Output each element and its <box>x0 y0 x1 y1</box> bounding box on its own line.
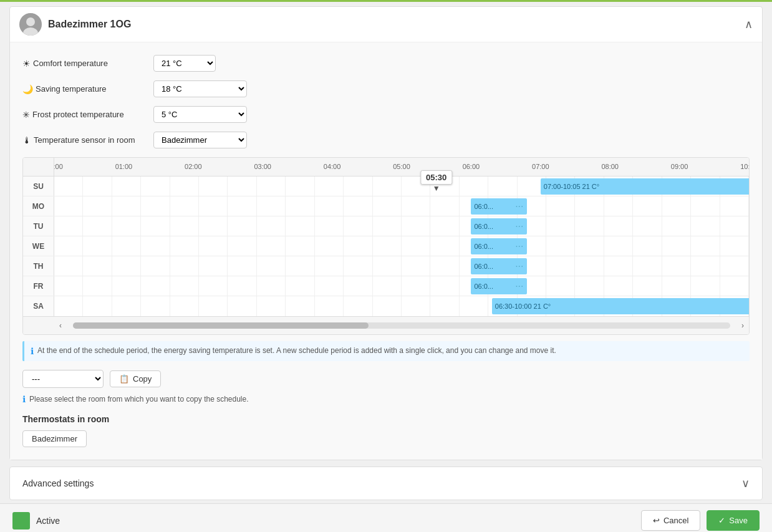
th-cells[interactable]: 06:0... ··· <box>54 256 749 276</box>
cancel-icon: ↩ <box>653 516 660 525</box>
tu-cells[interactable]: 06:0... ··· <box>54 216 749 236</box>
cancel-button[interactable]: ↩ Cancel <box>641 510 700 531</box>
card-header: Badezimmer 1OG ∧ <box>10 7 762 42</box>
comfort-temp-label: ☀ Comfort temperature <box>22 59 147 69</box>
sensor-label: 🌡 Temperature sensor in room <box>22 135 147 145</box>
time-1000: 10:00 <box>740 163 749 170</box>
advanced-chevron-icon: ∨ <box>741 476 750 490</box>
copy-button[interactable]: 📋 Copy <box>110 370 161 387</box>
saving-temp-select[interactable]: 18 °C 14 °C 15 °C 16 °C 17 °C 19 °C <box>153 80 247 97</box>
we-cells[interactable]: 06:0... ··· <box>54 236 749 256</box>
block-dots-fr-1: ··· <box>515 281 523 292</box>
page-wrapper: Badezimmer 1OG ∧ ☀ Comfort temperature 2… <box>0 0 772 532</box>
select-room-text: Please select the room from which you wa… <box>29 395 249 404</box>
time-tooltip: 05:30 <box>420 170 452 185</box>
block-dots-we-1: ··· <box>515 241 523 252</box>
schedule-row-we: WE 06:0... ··· <box>23 236 749 256</box>
copy-room-select[interactable]: --- <box>22 370 104 388</box>
scroll-right-arrow[interactable]: › <box>736 319 749 332</box>
block-dots-mo-1: ··· <box>515 201 523 212</box>
frost-temp-row: ✳ Frost protect temperature 5 °C 3 °C 4 … <box>22 106 750 123</box>
schedule-block-su-1[interactable]: 07:00-10:05 21 C° <box>541 178 750 195</box>
schedule-row-su: SU 05:30 07:00-10:05 21 C° <box>23 177 749 196</box>
day-col-header <box>23 158 54 176</box>
sa-cells[interactable]: 06:30-10:00 21 C° <box>54 296 749 316</box>
block-label-we-1: 06:0... <box>474 243 493 250</box>
schedule-block-fr-1[interactable]: 06:0... ··· <box>471 278 526 294</box>
mo-cells[interactable]: 06:0... ··· <box>54 196 749 216</box>
sensor-row: 🌡 Temperature sensor in room Badezimmer … <box>22 132 750 148</box>
schedule-row-fr: FR 06:0... ··· <box>23 276 749 296</box>
day-su: SU <box>23 177 54 196</box>
comfort-temp-select[interactable]: 21 °C 18 °C 19 °C 20 °C 22 °C 23 °C <box>153 55 216 72</box>
block-dots-tu-1: ··· <box>515 221 523 232</box>
copy-row: --- 📋 Copy <box>22 370 750 388</box>
schedule-header: 00:00 01:00 02:00 03:00 04:00 05:00 06:0… <box>23 158 749 177</box>
svg-point-1 <box>26 17 35 26</box>
copy-icon: 📋 <box>119 374 129 384</box>
schedule-times-header: 00:00 01:00 02:00 03:00 04:00 05:00 06:0… <box>54 158 749 177</box>
save-icon: ✓ <box>718 516 725 525</box>
card-title: Badezimmer 1OG <box>48 19 131 30</box>
block-label-mo-1: 06:0... <box>474 203 493 210</box>
bottom-bar: Active ↩ Cancel ✓ Save <box>0 503 772 532</box>
sensor-select[interactable]: Badezimmer Wohnzimmer Küche <box>153 132 247 148</box>
info-icon: ℹ <box>31 346 34 356</box>
scroll-left-arrow[interactable]: ‹ <box>54 319 67 332</box>
avatar <box>19 13 42 36</box>
select-room-info: ℹ Please select the room from which you … <box>22 394 750 404</box>
time-0700: 07:00 <box>532 163 549 170</box>
active-row: Active <box>12 512 60 530</box>
active-label: Active <box>36 516 60 526</box>
moon-icon: 🌙 <box>22 84 33 94</box>
scroll-track[interactable] <box>73 322 730 329</box>
saving-temp-label: 🌙 Saving temperature <box>22 84 147 94</box>
schedule-scrollbar-row: ‹ › <box>23 316 749 334</box>
schedule-block-th-1[interactable]: 06:0... ··· <box>471 258 526 274</box>
day-fr: FR <box>23 276 54 296</box>
schedule-row-sa: SA 06:30-10:00 21 C° <box>23 296 749 316</box>
schedule-row-th: TH 06:0... ··· <box>23 256 749 276</box>
main-card: Badezimmer 1OG ∧ ☀ Comfort temperature 2… <box>9 6 763 460</box>
schedule-block-sa-1[interactable]: 06:30-10:00 21 C° <box>492 298 750 314</box>
save-button[interactable]: ✓ Save <box>707 510 760 531</box>
time-0100: 01:00 <box>115 163 133 170</box>
copy-label: Copy <box>133 374 152 384</box>
thermometer-icon: 🌡 <box>22 135 31 145</box>
schedule-body: SU 05:30 07:00-10:05 21 C° <box>23 177 749 316</box>
block-label-fr-1: 06:0... <box>474 283 493 290</box>
su-cells[interactable]: 05:30 07:00-10:05 21 C° <box>54 177 749 196</box>
time-0400: 04:00 <box>324 163 341 170</box>
active-toggle[interactable] <box>12 512 30 530</box>
day-we: WE <box>23 236 54 256</box>
day-tu: TU <box>23 216 54 236</box>
advanced-settings-bar[interactable]: Advanced settings ∨ <box>9 467 763 500</box>
schedule-row-tu: TU 06:0... ··· <box>23 216 749 236</box>
time-0200: 02:00 <box>185 163 202 170</box>
card-header-left: Badezimmer 1OG <box>19 13 131 36</box>
select-info-icon: ℹ <box>22 394 26 404</box>
frost-icon: ✳ <box>22 110 30 120</box>
frost-temp-select[interactable]: 5 °C 3 °C 4 °C 6 °C <box>153 106 247 123</box>
schedule-row-mo: MO 06:0... ··· <box>23 196 749 216</box>
schedule-block-mo-1[interactable]: 06:0... ··· <box>471 198 526 215</box>
comfort-temp-row: ☀ Comfort temperature 21 °C 18 °C 19 °C … <box>22 55 750 72</box>
block-label-tu-1: 06:0... <box>474 223 493 230</box>
block-label-sa-1: 06:30-10:00 21 C° <box>495 302 551 310</box>
schedule-container: 00:00 01:00 02:00 03:00 04:00 05:00 06:0… <box>22 157 750 335</box>
frost-temp-label: ✳ Frost protect temperature <box>22 110 147 120</box>
schedule-block-tu-1[interactable]: 06:0... ··· <box>471 218 526 235</box>
scroll-thumb[interactable] <box>73 322 369 329</box>
block-dots-th-1: ··· <box>515 261 523 272</box>
collapse-button[interactable]: ∧ <box>745 17 753 31</box>
thermostats-title: Thermostats in room <box>22 414 750 424</box>
block-label-su-1: 07:00-10:05 21 C° <box>544 183 599 190</box>
info-text: At the end of the schedule period, the e… <box>37 346 556 355</box>
time-0000: 00:00 <box>54 163 63 170</box>
day-th: TH <box>23 256 54 276</box>
card-body: ☀ Comfort temperature 21 °C 18 °C 19 °C … <box>10 42 762 460</box>
schedule-block-we-1[interactable]: 06:0... ··· <box>471 238 526 254</box>
fr-cells[interactable]: 06:0... ··· <box>54 276 749 296</box>
day-mo: MO <box>23 196 54 216</box>
action-buttons: ↩ Cancel ✓ Save <box>641 510 760 531</box>
